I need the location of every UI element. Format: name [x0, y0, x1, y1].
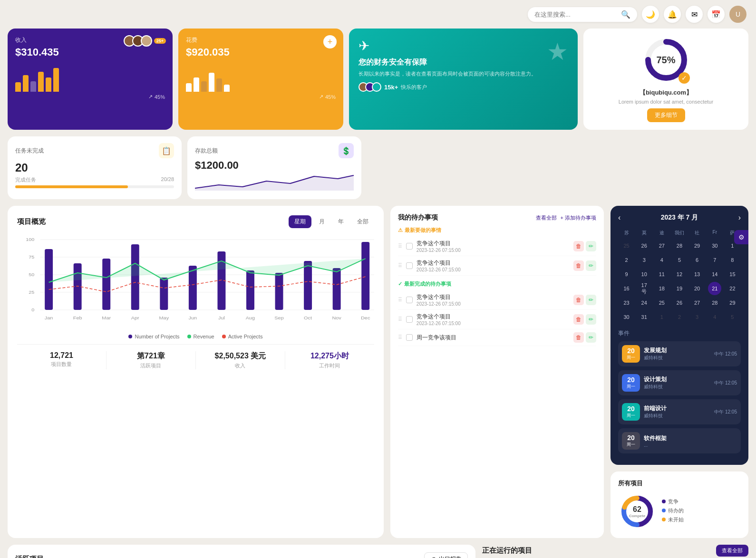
cal-day-2-next[interactable]: 2: [673, 310, 686, 324]
calendar-settings-icon[interactable]: ⚙: [734, 230, 748, 244]
add-expense-button[interactable]: +: [323, 35, 337, 48]
cal-day-28-w5[interactable]: 28: [708, 296, 721, 309]
ds-donut-center: 62 Compete: [629, 505, 645, 518]
stat-projects: 12,721 项目数量: [17, 351, 106, 369]
cal-day-1-next[interactable]: 1: [655, 310, 669, 324]
cal-day-3[interactable]: 3: [638, 253, 651, 267]
search-input[interactable]: [534, 11, 617, 18]
edit-icon-3[interactable]: ✏: [586, 295, 596, 305]
cal-day-14[interactable]: 14: [708, 268, 721, 281]
calendar-next-button[interactable]: ›: [738, 213, 741, 222]
cal-day-10[interactable]: 10: [638, 268, 651, 281]
view-all-link[interactable]: 查看全部: [536, 214, 557, 221]
tab-all[interactable]: 全部: [351, 215, 374, 228]
cal-day-5-next[interactable]: 5: [726, 310, 739, 324]
cal-day-20[interactable]: 20: [690, 282, 704, 295]
urgent-section-label: ⚠最新要做的事情: [398, 227, 596, 234]
event-3: 20 周一 前端设计 威特科技 中午 12:05: [618, 399, 741, 424]
cal-day-13[interactable]: 13: [690, 268, 704, 281]
todo-date-4: 2023-12-26 07:15:00: [417, 321, 570, 326]
todo-checkbox-5[interactable]: [406, 334, 413, 341]
view-all-button[interactable]: 查看全部: [716, 545, 748, 557]
dark-mode-toggle[interactable]: 🌙: [642, 6, 659, 23]
mail-button[interactable]: ✉: [686, 6, 703, 23]
notifications-button[interactable]: 🔔: [664, 6, 681, 23]
cal-day-29-w5[interactable]: 29: [726, 296, 739, 309]
todo-checkbox-2[interactable]: [406, 262, 413, 269]
active-projects-card: 活跃项目 🖨 出口报告 项目名称 ↑ 项目负责人 ↑ 进步 ↑ 受让人 ↑ 龙位…: [8, 545, 475, 558]
svg-text:Apr: Apr: [131, 316, 140, 320]
spacer: [367, 136, 748, 199]
cal-day-2[interactable]: 2: [620, 253, 633, 267]
add-todo-link[interactable]: + 添加待办事项: [561, 214, 596, 221]
edit-icon-1[interactable]: ✏: [586, 241, 596, 251]
cal-day-27-w5[interactable]: 27: [690, 296, 704, 309]
cal-day-11[interactable]: 11: [655, 268, 669, 281]
event-1-name: 发展规划: [644, 346, 710, 355]
cal-day-5[interactable]: 5: [673, 253, 686, 267]
ds-dot-pending: [662, 509, 666, 512]
calendar-prev-button[interactable]: ‹: [618, 213, 620, 222]
todo-checkbox-4[interactable]: [406, 316, 413, 323]
cal-day-28[interactable]: 28: [673, 239, 686, 252]
edit-icon-5[interactable]: ✏: [586, 332, 596, 343]
calendar-button[interactable]: 📅: [708, 6, 725, 23]
todo-item-5-content: 周一竞争该项目: [417, 334, 570, 342]
promo-icon: ✈: [359, 38, 568, 54]
tab-week[interactable]: 星期: [289, 215, 311, 228]
cal-day-30-w6[interactable]: 30: [620, 310, 633, 324]
cal-day-16[interactable]: 16: [620, 282, 633, 295]
cal-day-21-today[interactable]: 21: [708, 282, 721, 295]
cal-day-18[interactable]: 18: [655, 282, 669, 295]
tab-year[interactable]: 年: [332, 215, 349, 228]
cal-day-19[interactable]: 19: [673, 282, 686, 295]
cal-day-23[interactable]: 23: [620, 296, 633, 309]
cal-day-30[interactable]: 30: [708, 239, 721, 252]
cal-day-24[interactable]: 24: [638, 296, 651, 309]
cal-day-8[interactable]: 8: [726, 253, 739, 267]
cal-day-12[interactable]: 12: [673, 268, 686, 281]
event-1: 20 周一 发展规划 威特科技 中午 12:05: [618, 341, 741, 366]
cal-day-25[interactable]: 25: [655, 296, 669, 309]
delete-icon-5[interactable]: 🗑: [573, 332, 584, 343]
cal-day-15[interactable]: 15: [726, 268, 739, 281]
legend-label-projects: Number of Projects: [135, 334, 179, 339]
todo-card: 我的待办事项 查看全部 + 添加待办事项 ⚠最新要做的事情 ⠿ 竞争这个项目 2…: [390, 206, 604, 538]
exp-bar-5: [216, 78, 222, 92]
user-avatar[interactable]: U: [729, 6, 746, 23]
cal-day-29[interactable]: 29: [690, 239, 704, 252]
cal-day-26[interactable]: 26: [638, 239, 651, 252]
more-details-button[interactable]: 更多细节: [647, 108, 685, 122]
cal-day-25-prev[interactable]: 25: [620, 239, 633, 252]
cal-day-22[interactable]: 22: [726, 282, 739, 295]
todo-checkbox-3[interactable]: [406, 297, 413, 303]
cal-day-3-next[interactable]: 3: [690, 310, 704, 324]
todo-name-1: 竞争这个项目: [417, 240, 570, 248]
cal-day-4-next[interactable]: 4: [708, 310, 721, 324]
svg-rect-13: [74, 263, 82, 310]
stat-active-label: 活跃项目: [107, 362, 195, 369]
cal-day-31[interactable]: 31: [638, 310, 651, 324]
cal-day-17[interactable]: 17号: [638, 282, 651, 295]
delete-icon-4[interactable]: 🗑: [573, 314, 584, 325]
avatars-count-badge: 25+: [154, 38, 166, 44]
topbar: 🔍 🌙 🔔 ✉ 📅 U: [0, 0, 756, 29]
todo-checkbox-1[interactable]: [406, 243, 413, 250]
edit-icon-2[interactable]: ✏: [586, 260, 596, 271]
event-4-num: 20: [624, 434, 638, 442]
cal-day-27[interactable]: 27: [655, 239, 669, 252]
search-box[interactable]: 🔍: [528, 7, 637, 22]
delete-icon-1[interactable]: 🗑: [573, 241, 584, 251]
cal-day-6[interactable]: 6: [690, 253, 704, 267]
cal-day-26-w5[interactable]: 26: [673, 296, 686, 309]
svg-text:Mar: Mar: [102, 316, 111, 320]
tab-month[interactable]: 月: [313, 215, 330, 228]
delete-icon-2[interactable]: 🗑: [573, 260, 584, 271]
cal-day-9[interactable]: 9: [620, 268, 633, 281]
cal-day-7[interactable]: 7: [708, 253, 721, 267]
delete-icon-3[interactable]: 🗑: [573, 295, 584, 305]
cal-day-4[interactable]: 4: [655, 253, 669, 267]
todo-item-1: ⠿ 竞争这个项目 2023-12-26 07:15:00 🗑 ✏: [398, 237, 596, 256]
export-report-button[interactable]: 🖨 出口报告: [424, 552, 468, 558]
edit-icon-4[interactable]: ✏: [586, 314, 596, 325]
